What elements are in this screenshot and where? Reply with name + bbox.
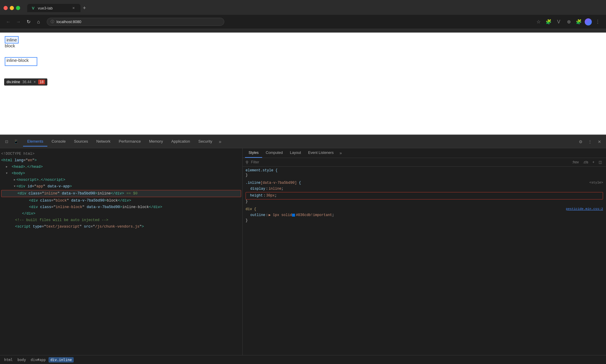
more-tabs-icon[interactable]: » [216,139,224,144]
breadcrumb-body[interactable]: body [16,357,28,363]
rule-close-div: } [246,218,603,223]
device-icon[interactable]: 📱 [12,138,20,146]
tab-memory[interactable]: Memory [145,137,167,146]
styles-rules-area: element.style { } .inline[data-v-7ba5bd9… [243,167,606,355]
tab-security[interactable]: Security [194,137,216,146]
html-line-div-inline-block: <div class="inline-block" data-v-7ba5bd9… [0,204,242,210]
home-button[interactable]: ⌂ [34,18,43,26]
kebab-menu-icon[interactable]: ⋮ [586,138,594,146]
reload-button[interactable]: ↻ [24,18,33,26]
cls-filter-button[interactable]: .cls [582,160,589,165]
html-line-div-app[interactable]: ▼ <div id="app" data-v-app> [0,183,242,190]
vue-icon: V [31,6,36,10]
add-style-button[interactable]: + [591,160,596,165]
rule-prop-display[interactable]: display : inline ; [246,186,603,192]
settings-icon[interactable]: ⚙ [576,138,585,146]
breadcrumb-html[interactable]: html [2,357,14,363]
rule-selector-element-style: element.style { [246,168,603,173]
minimize-button[interactable] [10,6,14,10]
inline-block-text: inline-block [5,57,30,64]
tab-console[interactable]: Console [47,137,70,146]
html-line-comment: <!-- built files will be auto injected -… [0,217,242,223]
close-devtools-icon[interactable]: ✕ [595,138,604,146]
tooltip-selector: div.inline [7,80,20,84]
page-preview: inline block div.inline 36.44 × 18 inlin… [0,33,606,71]
inline-block-container: inline-block [5,57,601,66]
devtools-right-icons: ⚙ ⋮ ✕ [576,138,604,146]
back-button[interactable]: ← [4,18,12,26]
rule-source-pesticide: pesticide.min.css:2 [566,207,603,211]
user-avatar[interactable] [585,18,592,25]
breadcrumb-div-inline[interactable]: div.inline [49,357,73,363]
tab-sources[interactable]: Sources [70,137,92,146]
color-swatch[interactable] [292,214,295,217]
styles-panel: Styles Computed Layout Event Listeners »… [243,148,606,355]
devtools-content: <!DOCTYPE html> <html lang="en"> ▶ <head… [0,148,606,355]
tooltip-width: 36.44 [22,80,31,84]
address-bar[interactable]: ⓘ localhost:8080 [47,18,224,26]
rule-selector-inline: .inline[data-v-7ba5bd90] { <style> [246,181,603,185]
tab-network[interactable]: Network [92,137,115,146]
maximize-button[interactable] [16,6,20,10]
close-button[interactable] [4,6,8,10]
new-tab-button[interactable]: + [80,5,88,11]
rule-close-brace: } [246,173,603,177]
html-line-head[interactable]: ▶ <head>…</head> [0,164,242,170]
tab-event-listeners[interactable]: Event Listeners [304,148,337,158]
more-style-tabs-icon[interactable]: » [338,151,343,155]
page-content-area: inline block div.inline 36.44 × 18 inlin… [0,33,606,135]
styles-filter-input[interactable] [251,160,568,164]
breadcrumb-div-app[interactable]: div#app [29,357,48,363]
html-line-div-block: <div class="block" data-v-7ba5bd90>block… [0,197,242,204]
puzzle-icon[interactable]: 🧩 [575,18,583,26]
html-line-script: <script type="text/javascript" src="/js/… [0,223,242,230]
lock-icon: ⓘ [51,19,54,24]
block-element: block [5,43,601,48]
extension-icon-1[interactable]: 🧩 [544,18,553,26]
html-line-doctype: <!DOCTYPE html> [0,151,242,157]
tab-styles[interactable]: Styles [245,148,262,158]
tab-performance[interactable]: Performance [115,137,145,146]
rule-selector-div: div { pesticide.min.css:2 [246,207,603,211]
rule-close-inline: } [246,199,603,204]
tabs-bar: V vue3-lab ✕ + [24,4,92,12]
inline-element: inline [5,36,19,44]
inline-block-element: inline-block [5,57,37,66]
styles-filter-bar: ⚲ :hov .cls + ◫ [243,158,606,167]
tab-layout[interactable]: Layout [286,148,305,158]
hov-filter-button[interactable]: :hov [571,160,580,165]
devtools-tab-bar: ⊡ 📱 Elements Console Sources Network Per… [0,135,606,148]
toggle-panel-button[interactable]: ◫ [597,160,603,165]
rule-prop-height[interactable]: height : 30px ; [246,192,603,199]
tab-computed[interactable]: Computed [262,148,286,158]
styles-tab-bar: Styles Computed Layout Event Listeners » [243,148,606,158]
active-tab[interactable]: V vue3-lab ✕ [27,4,80,12]
html-panel: <!DOCTYPE html> <html lang="en"> ▶ <head… [0,148,243,355]
tab-close-button[interactable]: ✕ [71,6,76,10]
inspect-icon[interactable]: ⊡ [2,138,11,146]
browser-chrome: V vue3-lab ✕ + ← → ↻ ⌂ ⓘ localhost:8080 … [0,0,606,33]
tab-application[interactable]: Application [167,137,194,146]
html-line-noscript[interactable]: ▶ <noscript>…</noscript> [0,177,242,183]
html-line-div-inline[interactable]: <div class="inline" data-v-7ba5bd90>inli… [1,190,241,197]
url-display: localhost:8080 [57,20,81,24]
rule-inline: .inline[data-v-7ba5bd90] { <style> displ… [246,181,603,204]
title-bar: V vue3-lab ✕ + [0,0,606,15]
forward-button[interactable]: → [14,18,22,26]
html-line-body[interactable]: ▼ <body> [0,170,242,177]
element-tooltip: div.inline 36.44 × 18 [4,78,47,86]
vue-devtools-icon[interactable]: V [555,18,563,26]
tooltip-height: 18 [38,80,45,84]
bookmark-icon[interactable]: ☆ [534,18,543,26]
rule-element-style: element.style { } [246,168,603,177]
html-line-html: <html lang="en"> [0,157,242,164]
tab-title: vue3-lab [38,6,69,10]
rule-prop-outline[interactable]: outline : ▶ 1px solid #036cdb !important… [246,212,603,218]
cursor-icon[interactable]: ⊕ [565,18,573,26]
devtools-panel: ⊡ 📱 Elements Console Sources Network Per… [0,135,606,364]
tab-elements[interactable]: Elements [23,137,47,146]
menu-icon[interactable]: ⋮ [594,18,602,26]
filter-icon: ⚲ [246,160,249,165]
rule-div: div { pesticide.min.css:2 outline : ▶ 1p… [246,207,603,223]
traffic-lights [4,6,20,10]
